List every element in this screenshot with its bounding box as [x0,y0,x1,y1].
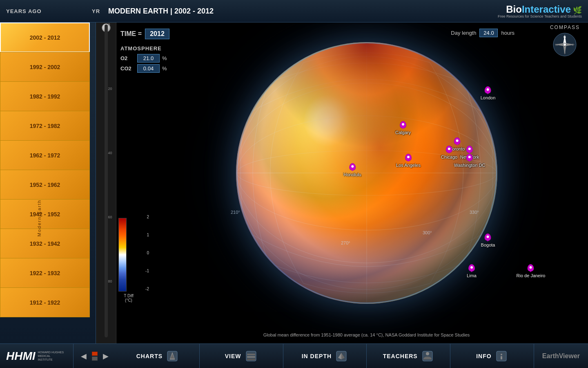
pin-rio_de_janeiro[interactable]: Rio de Janeiro [517,264,546,278]
co2-unit: % [162,65,167,72]
pin-dot-calgary [402,123,404,126]
svg-point-33 [426,352,429,355]
timeline-list: 2002 - 20121992 - 20021982 - 19921972 - … [0,22,90,317]
earthviewer-label: EarthViewer [534,352,588,360]
nav-next-button[interactable]: ▶ [100,349,112,363]
pin-dot-bogota [487,236,489,238]
ruler-tick-60: 60 [108,215,112,219]
timeline-item-4[interactable]: 1962 - 1972 [0,140,90,170]
pin-washington_dc[interactable]: Washington DC [454,154,486,168]
day-length-unit: hours [501,30,514,36]
hhmi-text: HHMI [6,350,36,363]
pin-dot-new_york [468,148,471,150]
time-label: TIME = [120,30,142,38]
pin-dot-toronto [456,139,459,142]
svg-rect-28 [247,359,255,360]
nav-prev-button[interactable]: ◀ [78,349,90,363]
left-sidebar: 2002 - 20121992 - 20021982 - 19921972 - … [0,22,96,343]
scale-label-2: 2 [147,215,149,219]
pin-marker-london [485,86,491,94]
pin-dot-rio_de_janeiro [530,266,532,269]
view-icon [245,350,258,363]
pin-marker-rio_de_janeiro [528,264,534,272]
pin-label-bogota: Bogota [481,242,495,247]
teachers-button[interactable]: TEACHERS [367,344,450,368]
co2-label: CO2 [120,65,135,72]
in-depth-button[interactable]: IN DEPTH [283,344,367,368]
timeline-item-5[interactable]: 1952 - 1962 [0,170,90,200]
scale-title: T Diff(°C) [118,294,139,303]
svg-text:W: W [555,43,558,46]
pin-lima[interactable]: Lima [467,264,477,278]
svg-point-5 [564,43,566,46]
info-icon [495,350,508,363]
o2-label: O2 [120,55,135,61]
timeline-item-0[interactable]: 2002 - 2012 [0,22,90,52]
timeline-item-7[interactable]: 1932 - 1942 [0,229,90,258]
pin-los_angeles[interactable]: Los Angeles [396,154,421,168]
info-button[interactable]: INFO [450,344,534,368]
compass: COMPASS N S E W [550,25,580,57]
pin-marker-bogota [485,233,491,242]
years-ago-label: YEARS AGO [6,8,88,14]
ruler-tick-80: 80 [108,279,112,283]
scale-label-neg1: -1 [145,269,149,273]
timeline-item-2[interactable]: 1982 - 1992 [0,81,90,111]
atmosphere-panel: ATMOSPHERE O2 21.0 % CO2 0.04 % [120,45,169,73]
top-bar: YEARS AGO YR MODERN EARTH | 2002 - 2012 … [0,0,588,22]
pin-dot-lima [470,266,473,269]
svg-text:N: N [564,35,566,39]
teachers-label: TEACHERS [383,353,418,359]
interactive-text: Interactive [522,4,571,15]
day-length-value: 24.0 [479,29,498,37]
pin-label-calgary: Calgary [395,130,411,135]
page-title: MODERN EARTH | 2002 - 2012 [104,7,498,16]
pin-honolulu[interactable]: Honolulu [343,163,361,177]
charts-button[interactable]: CHARTS [116,344,200,368]
pin-dot-washington_dc [468,156,471,158]
time-value: 2012 [145,29,169,39]
timeline-item-3[interactable]: 1972 - 1982 [0,111,90,141]
time-display: TIME = 2012 [120,29,169,39]
timeline-item-9[interactable]: 1912 - 1922 [0,287,90,317]
pin-marker-honolulu [349,163,356,171]
pin-marker-los_angeles [405,154,412,162]
bottom-nav-bar: HHMI HOWARD HUGHESMEDICALINSTITUTE ◀ ▶ C… [0,343,588,368]
pin-marker-lima [468,264,475,272]
globe[interactable] [236,42,497,304]
modern-earth-vertical: Modern Earth [37,130,42,236]
day-length-panel: Day length 24.0 hours [451,29,514,37]
timeline-item-6[interactable]: 1942 - 1952 [0,199,90,229]
pin-label-honolulu: Honolulu [343,172,361,177]
pin-marker-new_york [466,146,473,154]
timeline-item-8[interactable]: 1922 - 1932 [0,258,90,288]
svg-point-35 [501,354,502,355]
pin-dot-chicago [448,148,450,150]
pin-marker-washington_dc [466,154,473,162]
tagline: Free Resources for Science Teachers and … [498,14,582,18]
pin-bogota[interactable]: Bogota [481,233,495,247]
in-depth-label: IN DEPTH [302,353,332,359]
pin-calgary[interactable]: Calgary [395,121,411,135]
charts-label: CHARTS [136,353,163,359]
pin-label-london: London [481,95,496,100]
globe-container[interactable]: 210° 270° 300° 330° LondonCalgaryToronto… [178,35,555,311]
year-ruler: 020406080100 [96,22,116,343]
info-panel: TIME = 2012 ATMOSPHERE O2 21.0 % CO2 0.0… [120,29,169,74]
nav-bar-1 [92,352,98,356]
pin-london[interactable]: London [481,86,496,100]
timeline-item-1[interactable]: 1992 - 2002 [0,52,90,82]
lon-300: 300° [423,230,432,235]
view-button[interactable]: VIEW [200,344,283,368]
biointeractive-logo: BioInteractive 🌿 Free Resources for Scie… [498,4,582,18]
ruler-tick-40: 40 [108,151,112,155]
co2-value: 0.04 [137,64,160,73]
scale-label-1: 1 [147,233,149,237]
lon-330: 330° [470,210,479,215]
hhmi-subtitle: HOWARD HUGHESMEDICALINSTITUTE [38,350,64,361]
pin-label-rio_de_janeiro: Rio de Janeiro [517,273,546,278]
yr-label: YR [88,8,104,14]
ruler-tick-0: 0 [108,22,110,27]
charts-icon [166,350,179,363]
compass-rose: N S E W [552,32,577,57]
